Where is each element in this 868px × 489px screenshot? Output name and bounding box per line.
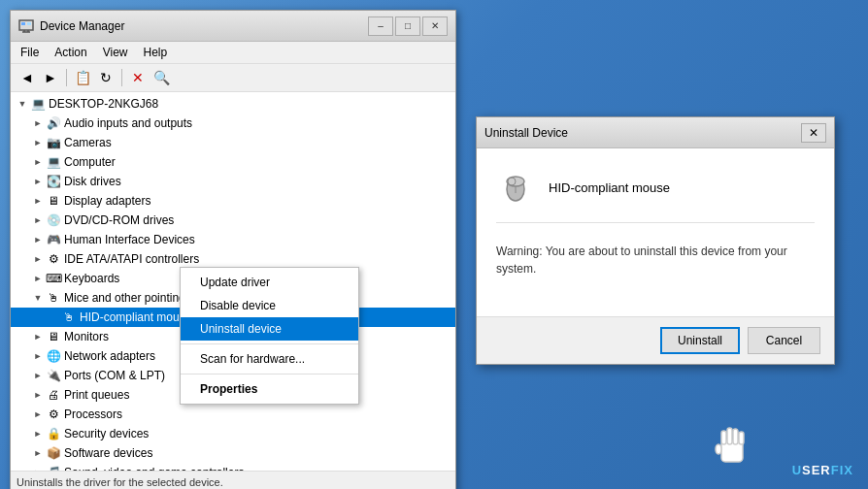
toolbar-forward[interactable]: ► bbox=[40, 67, 61, 88]
svg-rect-11 bbox=[721, 431, 726, 444]
dialog-title: Uninstall Device bbox=[484, 126, 568, 140]
cancel-button[interactable]: Cancel bbox=[748, 327, 820, 354]
tree-ide[interactable]: ► ⚙ IDE ATA/ATAPI controllers bbox=[11, 249, 455, 269]
ctx-disable-device[interactable]: Disable device bbox=[181, 294, 358, 317]
svg-rect-1 bbox=[21, 22, 25, 25]
minimize-button[interactable]: – bbox=[368, 16, 393, 36]
tree-software[interactable]: ► 📦 Software devices bbox=[11, 443, 455, 463]
toolbar-properties[interactable]: 📋 bbox=[72, 67, 93, 88]
uninstall-dialog: Uninstall Device ✕ HID-compliant mouse W… bbox=[476, 116, 835, 365]
menu-file[interactable]: File bbox=[15, 44, 45, 61]
ctx-scan-hardware[interactable]: Scan for hardware... bbox=[181, 347, 358, 371]
menu-help[interactable]: Help bbox=[138, 44, 174, 61]
ctx-separator-2 bbox=[181, 374, 358, 375]
tree-display[interactable]: ► 🖥 Display adapters bbox=[11, 191, 455, 211]
toolbar-update[interactable]: ↻ bbox=[95, 67, 117, 88]
tree-security[interactable]: ► 🔒 Security devices bbox=[11, 424, 455, 443]
svg-rect-12 bbox=[727, 428, 732, 444]
menu-action[interactable]: Action bbox=[49, 44, 92, 61]
toolbar-separator-2 bbox=[121, 69, 122, 86]
audio-toggle[interactable]: ► bbox=[30, 115, 46, 131]
tree-hid[interactable]: ► 🎮 Human Interface Devices bbox=[11, 230, 455, 249]
mouse-svg bbox=[500, 172, 531, 203]
dialog-body: HID-compliant mouse Warning: You are abo… bbox=[477, 148, 834, 316]
tree-cameras[interactable]: ► 📷 Cameras bbox=[11, 133, 455, 152]
dialog-titlebar: Uninstall Device ✕ bbox=[477, 117, 834, 148]
root-toggle[interactable]: ▼ bbox=[15, 96, 30, 112]
svg-rect-14 bbox=[739, 432, 744, 444]
context-menu: Update driver Disable device Uninstall d… bbox=[180, 267, 359, 405]
toolbar-separator-1 bbox=[66, 69, 67, 86]
titlebar-controls: – □ ✕ bbox=[368, 16, 448, 36]
ctx-uninstall-device[interactable]: Uninstall device bbox=[181, 317, 358, 341]
toolbar-uninstall[interactable]: ✕ bbox=[127, 67, 149, 88]
root-label: DESKTOP-2NKGJ68 bbox=[49, 97, 158, 111]
computer-icon: 💻 bbox=[30, 96, 46, 112]
status-bar: Uninstalls the driver for the selected d… bbox=[11, 471, 455, 489]
window-title: Device Manager bbox=[40, 19, 124, 33]
status-text: Uninstalls the driver for the selected d… bbox=[17, 476, 223, 488]
dialog-footer: Uninstall Cancel bbox=[477, 316, 834, 364]
tree-computer[interactable]: ► 💻 Computer bbox=[11, 152, 455, 172]
tree-processors[interactable]: ► ⚙ Processors bbox=[11, 405, 455, 424]
dialog-close-button[interactable]: ✕ bbox=[801, 123, 826, 143]
maximize-button[interactable]: □ bbox=[395, 16, 420, 36]
tree-root[interactable]: ▼ 💻 DESKTOP-2NKGJ68 bbox=[11, 94, 455, 114]
dialog-device-name: HID-compliant mouse bbox=[549, 180, 670, 195]
device-manager-icon bbox=[18, 18, 34, 34]
toolbar: ◄ ► 📋 ↻ ✕ 🔍 bbox=[11, 64, 455, 92]
svg-rect-2 bbox=[27, 22, 31, 25]
tree-audio[interactable]: ► 🔊 Audio inputs and outputs bbox=[11, 114, 455, 133]
cursor-hand-icon bbox=[713, 421, 751, 470]
uninstall-button[interactable]: Uninstall bbox=[660, 327, 740, 354]
tree-dvd[interactable]: ► 💿 DVD/CD-ROM drives bbox=[11, 211, 455, 230]
watermark: USERFIX bbox=[792, 463, 853, 477]
ctx-update-driver[interactable]: Update driver bbox=[181, 271, 358, 294]
device-manager-window: Device Manager – □ ✕ File Action View He… bbox=[10, 10, 456, 489]
svg-rect-10 bbox=[721, 440, 743, 462]
svg-rect-13 bbox=[733, 429, 738, 444]
menu-view[interactable]: View bbox=[97, 44, 134, 61]
menu-bar: File Action View Help bbox=[11, 42, 455, 64]
dialog-mouse-icon bbox=[496, 168, 535, 207]
tree-sound[interactable]: ► 🎵 Sound, video and game controllers bbox=[11, 463, 455, 471]
titlebar-left: Device Manager bbox=[18, 18, 124, 34]
toolbar-scan[interactable]: 🔍 bbox=[150, 67, 172, 88]
ctx-separator bbox=[181, 343, 358, 344]
close-button[interactable]: ✕ bbox=[422, 16, 448, 36]
svg-point-15 bbox=[716, 444, 721, 454]
ctx-properties[interactable]: Properties bbox=[181, 377, 358, 401]
toolbar-back[interactable]: ◄ bbox=[17, 67, 38, 88]
dialog-device-row: HID-compliant mouse bbox=[496, 168, 815, 223]
dialog-warning: Warning: You are about to uninstall this… bbox=[496, 243, 815, 277]
window-titlebar: Device Manager – □ ✕ bbox=[11, 11, 455, 42]
tree-disk[interactable]: ► 💽 Disk drives bbox=[11, 172, 455, 191]
